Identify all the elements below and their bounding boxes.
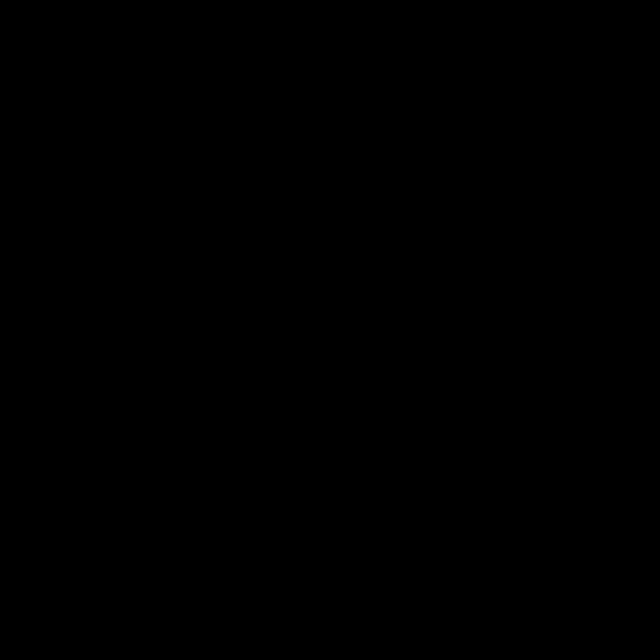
chart-container bbox=[0, 0, 644, 644]
min-point-marker bbox=[0, 0, 10, 6]
bottleneck-chart bbox=[0, 0, 644, 644]
